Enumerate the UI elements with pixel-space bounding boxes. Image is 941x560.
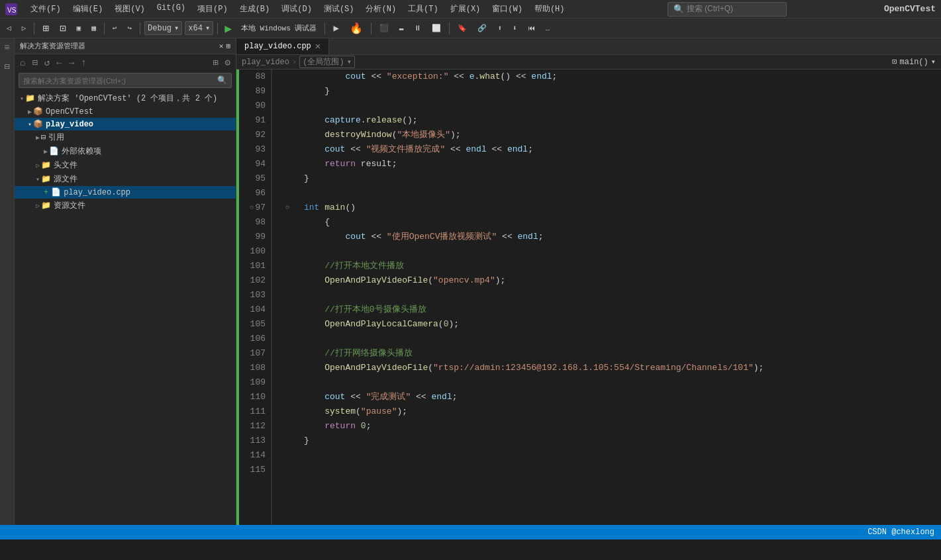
sidebar-home-icon[interactable]: ⌂	[17, 56, 28, 70]
headers-label: 头文件	[54, 160, 77, 171]
toolbar-icon-1[interactable]: ⊞	[38, 21, 53, 36]
menu-tools[interactable]: 工具(T)	[403, 2, 444, 16]
tree-item-headers[interactable]: ▷ 📁 头文件	[15, 158, 236, 172]
folder-icon-3: 📁	[41, 201, 51, 210]
menu-debug[interactable]: 调试(D)	[276, 2, 317, 16]
tree-item-cpp[interactable]: + 📄 play_video.cpp	[15, 186, 236, 199]
sidebar-split-icon[interactable]: ⊟	[29, 56, 40, 70]
expand-icon-ext: ▶	[44, 148, 48, 156]
fold-icon-97[interactable]: ⊖	[250, 201, 254, 215]
menu-window[interactable]: 窗口(W)	[487, 2, 528, 16]
tree-item-sourcefiles[interactable]: ▾ 📁 源文件	[15, 172, 236, 186]
menu-edit[interactable]: 编辑(E)	[68, 2, 109, 16]
code-content[interactable]: cout << "exception:" << e.what() << endl…	[272, 70, 941, 525]
global-search[interactable]: 🔍	[668, 2, 787, 17]
menu-view[interactable]: 视图(V)	[109, 2, 150, 16]
expand-icon-hdr: ▷	[36, 162, 40, 169]
undo-button[interactable]: ↩	[109, 23, 121, 34]
back-button[interactable]: ◁	[3, 23, 15, 34]
search-input[interactable]	[687, 5, 766, 14]
sidebar-tree: ▾ 📁 解决方案 'OpenCVTest' (2 个项目，共 2 个) ▶ 📦 …	[15, 90, 236, 525]
sidebar-search-input[interactable]	[23, 77, 217, 85]
toolbar-icon-12[interactable]: 🔗	[473, 23, 491, 34]
breadcrumb-sep: ›	[292, 58, 297, 67]
function-indicator: ⊡ main() ▾	[892, 57, 936, 67]
activity-solution-icon[interactable]: ≡	[1, 41, 14, 54]
line-num-102: 102	[244, 273, 266, 288]
toolbar-icon-5[interactable]: ▶	[329, 21, 342, 35]
activity-search-icon[interactable]: ⊟	[1, 60, 14, 73]
sourcefiles-label: 源文件	[54, 173, 77, 185]
menu-file[interactable]: 文件(F)	[25, 2, 66, 16]
menu-git[interactable]: Git(G)	[152, 2, 191, 16]
menu-project[interactable]: 项目(P)	[192, 2, 233, 16]
tree-item-extdeps[interactable]: ▶ 📄 外部依赖项	[15, 144, 236, 158]
toolbar-icon-2[interactable]: ⊡	[56, 21, 70, 36]
sidebar-refresh-icon[interactable]: ↺	[42, 56, 52, 70]
platform-dropdown[interactable]: x64 ▾	[185, 21, 213, 35]
toolbar-icon-16[interactable]: …	[542, 23, 554, 34]
tree-item-references[interactable]: ▶ ⊟ 引用	[15, 130, 236, 144]
toolbar-icon-7[interactable]: ⬛	[375, 23, 393, 34]
sidebar-pin-button[interactable]: ⊞	[226, 42, 230, 50]
code-line-96	[283, 186, 930, 201]
code-line-91: capture.release();	[283, 113, 930, 128]
tree-item-solution[interactable]: ▾ 📁 解决方案 'OpenCVTest' (2 个项目，共 2 个)	[15, 91, 236, 105]
sidebar-settings-icon[interactable]: ⚙	[223, 56, 233, 70]
toolbar-icon-11[interactable]: 🔖	[454, 23, 471, 34]
sidebar-nav-forward[interactable]: →	[66, 56, 77, 70]
tab-playvideo[interactable]: play_video.cpp ✕	[236, 38, 329, 54]
scope-label: (全局范围)	[303, 56, 344, 68]
toolbar-icon-9[interactable]: ⏸	[410, 23, 425, 34]
svg-text:VS: VS	[7, 7, 17, 14]
line-num-95: 95	[244, 171, 266, 186]
run-label[interactable]: 本地 Windows 调试器	[237, 22, 321, 34]
toolbar-icon-13[interactable]: ⬆	[493, 23, 506, 34]
sidebar-nav-back[interactable]: ←	[54, 56, 64, 70]
toolbar-icon-15[interactable]: ⏮	[524, 23, 539, 34]
toolbar: ◁ ▷ ⊞ ⊡ ▣ ▦ ↩ ↪ Debug ▾ x64 ▾ ▶ 本地 Windo…	[0, 19, 941, 38]
debug-config-dropdown[interactable]: Debug ▾	[144, 21, 182, 35]
sidebar-close-button[interactable]: ✕	[219, 42, 224, 50]
forward-button[interactable]: ▷	[18, 23, 30, 34]
line-num-94: 94	[244, 157, 266, 171]
search-icon: 🔍	[673, 4, 684, 15]
toolbar-icon-6[interactable]: 🔥	[346, 21, 367, 36]
tree-item-resources[interactable]: ▷ 📁 资源文件	[15, 199, 236, 212]
menu-analyze[interactable]: 分析(N)	[360, 2, 401, 16]
tab-close-button[interactable]: ✕	[315, 42, 321, 51]
line-numbers: 88 89 90 91 92 93 94 95 96 ⊖97 98 99 100…	[239, 70, 272, 525]
separator3	[140, 23, 140, 34]
line-num-92: 92	[244, 128, 266, 142]
scope-dropdown[interactable]: (全局范围) ▾	[299, 56, 355, 68]
menu-extensions[interactable]: 扩展(X)	[445, 2, 486, 16]
toolbar-icon-8[interactable]: ▬	[395, 23, 408, 34]
line-num-105: 105	[244, 317, 266, 332]
menu-test[interactable]: 测试(S)	[319, 2, 360, 16]
fold-gutter-97[interactable]: ⊖	[283, 201, 292, 215]
menu-build[interactable]: 生成(B)	[234, 2, 275, 16]
sidebar: 解决方案资源管理器 ✕ ⊞ ⌂ ⊟ ↺ ← → ↑ ⊞ ⚙ 🔍	[15, 38, 236, 525]
menu-help[interactable]: 帮助(H)	[529, 2, 570, 16]
tree-item-opencvtest[interactable]: ▶ 📦 OpenCVTest	[15, 105, 236, 118]
toolbar-icon-3[interactable]: ▣	[73, 23, 85, 34]
code-line-106	[283, 332, 930, 346]
line-num-97: ⊖97	[244, 201, 266, 215]
ref-icon: ⊟	[41, 132, 46, 142]
tree-item-playvideo[interactable]: ▾ 📦 play_video	[15, 118, 236, 130]
code-line-112: return 0;	[283, 419, 930, 434]
chevron-down-icon-scope: ▾	[347, 57, 352, 67]
toolbar-icon-14[interactable]: ⬇	[509, 23, 521, 34]
sidebar-search-box[interactable]: 🔍	[19, 73, 232, 88]
separator7	[449, 23, 450, 34]
toolbar-icon-4[interactable]: ▦	[87, 23, 100, 34]
sidebar-pending-changes-icon[interactable]: ⊞	[210, 56, 221, 70]
code-line-101: //打开本地文件播放	[283, 259, 930, 273]
code-line-102: OpenAndPlayVideoFile("opencv.mp4");	[283, 273, 930, 288]
titlebar: VS 文件(F) 编辑(E) 视图(V) Git(G) 项目(P) 生成(B) …	[0, 0, 941, 19]
toolbar-icon-10[interactable]: ⬜	[428, 23, 445, 34]
sidebar-toolbar: ⌂ ⊟ ↺ ← → ↑ ⊞ ⚙	[15, 54, 236, 71]
sidebar-up-icon[interactable]: ↑	[78, 56, 89, 70]
run-button[interactable]: ▶	[222, 21, 234, 36]
redo-button[interactable]: ↪	[123, 23, 136, 34]
